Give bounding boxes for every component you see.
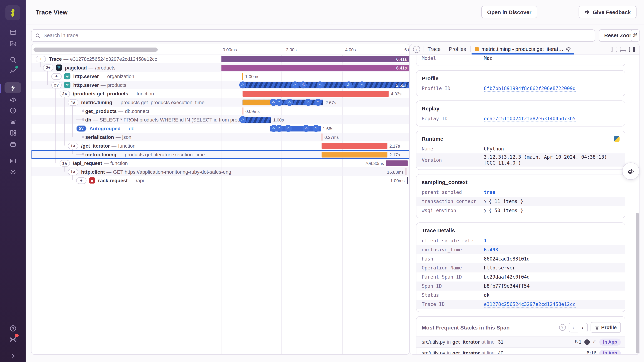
span-tree-cell[interactable]: +◆rack.request—/api bbox=[32, 176, 266, 185]
span-row[interactable]: 2∨≋http.server—products ⚠⚠⚠⚠⚠⚠5.55s bbox=[32, 81, 410, 89]
span-row[interactable]: 1∧http.client—GET https://application-mo… bbox=[32, 168, 410, 176]
open-in-editor-icon[interactable]: ↷ bbox=[593, 339, 596, 345]
expand-icon[interactable]: ❯ bbox=[484, 199, 486, 203]
tree-timeline-divider[interactable] bbox=[221, 44, 221, 354]
dock-right-icon[interactable] bbox=[629, 46, 636, 52]
span-duration-bar[interactable] bbox=[322, 143, 387, 149]
prev-stack-button[interactable]: ‹ bbox=[568, 323, 578, 332]
error-badge-icon[interactable]: ⚠ bbox=[300, 81, 306, 88]
sidebar-item-alerts[interactable] bbox=[4, 116, 21, 127]
pin-icon[interactable] bbox=[566, 47, 571, 52]
span-row[interactable]: get_products—db.connect 0.09ms bbox=[32, 107, 410, 115]
span-tree-cell[interactable]: 2+⚛pageload—/products bbox=[32, 63, 232, 72]
sidebar-item-settings[interactable] bbox=[4, 167, 21, 177]
detail-row[interactable]: wsgi_environ❯{ 50 items } bbox=[416, 206, 625, 215]
error-badge-icon[interactable]: ⚠ bbox=[239, 116, 246, 123]
span-row[interactable]: 1Trace—e31278c256524c3297e2cd12458e12cc … bbox=[32, 54, 410, 63]
error-badge-icon[interactable]: ⚠ bbox=[305, 99, 312, 106]
span-row[interactable]: +◆rack.request—/api 1.00ms bbox=[32, 176, 410, 185]
span-duration-tick[interactable] bbox=[322, 134, 322, 141]
span-tree-cell[interactable]: 2∨≋http.server—products bbox=[32, 81, 241, 89]
span-tree-cell[interactable]: 1∧/api_request—function bbox=[32, 159, 249, 168]
span-toggle-chip[interactable]: 4∧ bbox=[68, 99, 78, 106]
error-badge-icon[interactable]: ⚠ bbox=[314, 99, 321, 106]
stack-frame-row[interactable]: src/utils.pyinget_iteratorat line40↻16In… bbox=[416, 347, 625, 355]
search-input[interactable]: Search in trace bbox=[31, 29, 595, 42]
span-duration-bar[interactable]: ⚠⚠⚠⚠⚠⚠ bbox=[241, 82, 409, 88]
span-duration-tick[interactable] bbox=[242, 108, 244, 115]
sidebar-item-broadcast[interactable] bbox=[4, 334, 21, 345]
collapse-drawer-icon[interactable]: › bbox=[413, 46, 420, 53]
tree-scrollbar[interactable] bbox=[34, 47, 158, 52]
span-tree-cell[interactable]: 1Trace—e31278c256524c3297e2cd12458e12cc bbox=[32, 54, 225, 63]
detail-row[interactable]: transaction_context❯{ 11 items } bbox=[416, 197, 625, 206]
sidebar-item-performance[interactable] bbox=[4, 82, 21, 93]
span-toggle-chip[interactable]: 2∨ bbox=[51, 82, 62, 88]
span-duration-bar[interactable] bbox=[242, 91, 389, 96]
error-badge-icon[interactable]: ⚠ bbox=[286, 99, 293, 106]
expand-icon[interactable]: ❯ bbox=[484, 208, 486, 213]
span-duration-bar[interactable] bbox=[221, 65, 409, 70]
dock-bottom-icon[interactable] bbox=[620, 46, 626, 52]
sidebar-item-billing[interactable] bbox=[4, 26, 21, 37]
error-badge-icon[interactable]: ⚠ bbox=[276, 125, 283, 132]
span-tree-cell[interactable]: 4∧metric.timing—products.get_products.ex… bbox=[32, 98, 258, 107]
span-row[interactable]: serialization—json 0.27ms bbox=[32, 133, 410, 142]
span-row[interactable]: 4∧metric.timing—products.get_products.ex… bbox=[32, 98, 410, 107]
span-tree-cell[interactable]: 2∧/products.get_products—function bbox=[32, 89, 249, 98]
span-row[interactable]: 1∧/api_request—function 709.80ms bbox=[32, 159, 410, 168]
span-toggle-chip[interactable]: + bbox=[51, 73, 62, 79]
span-toggle-chip[interactable]: 1 bbox=[36, 56, 46, 62]
sentry-logo[interactable] bbox=[5, 5, 20, 20]
help-icon[interactable]: ? bbox=[559, 324, 566, 331]
span-toggle-chip[interactable]: 1∧ bbox=[68, 169, 78, 175]
error-badge-icon[interactable]: ⚠ bbox=[316, 81, 324, 88]
error-badge-icon[interactable]: ⚠ bbox=[358, 81, 366, 88]
span-tree-cell[interactable]: serialization—json bbox=[32, 133, 266, 142]
command-palette-button[interactable]: ⌘ bbox=[631, 29, 640, 42]
sidebar-item-search[interactable] bbox=[4, 54, 21, 65]
span-duration-bar[interactable] bbox=[386, 160, 408, 166]
span-tree-cell[interactable]: 1∧http.client—GET https://application-mo… bbox=[32, 168, 258, 176]
error-badge-icon[interactable]: ⚠ bbox=[284, 125, 292, 132]
span-duration-bar[interactable]: ⚠ bbox=[241, 117, 271, 123]
span-row[interactable]: 5∨Autogrouped—db ⚠⚠⚠⚠⚠1.66s bbox=[32, 124, 410, 133]
sidebar-item-dashboards[interactable] bbox=[4, 127, 21, 138]
open-in-discover-button[interactable]: Open in Discover bbox=[482, 6, 537, 18]
span-toggle-chip[interactable]: 2∧ bbox=[60, 90, 70, 97]
span-duration-bar[interactable]: ⚠⚠⚠⚠⚠ bbox=[270, 125, 320, 131]
profile-button[interactable]: Profile bbox=[590, 322, 621, 333]
error-badge-icon[interactable]: ⚠ bbox=[303, 125, 310, 132]
dock-left-icon[interactable] bbox=[611, 46, 617, 52]
span-toggle-chip[interactable]: + bbox=[76, 177, 86, 184]
span-row[interactable]: db—SELECT * FROM products WHERE id IN (S… bbox=[32, 115, 410, 124]
span-duration-bar[interactable]: ⚠⚠⚠⚠⚠ bbox=[242, 99, 324, 105]
span-row[interactable]: 2∧/products.get_products—function 4.83s bbox=[32, 89, 410, 98]
span-toggle-chip[interactable]: 5∨ bbox=[76, 125, 86, 132]
sidebar-item-monitors[interactable] bbox=[4, 156, 21, 166]
error-badge-icon[interactable]: ⚠ bbox=[345, 81, 352, 88]
span-tree-cell[interactable]: 1∧/get_iterator—function bbox=[32, 141, 258, 150]
tab-span-active[interactable]: metric.timing - products.get_iterat… bbox=[471, 44, 575, 54]
span-toggle-chip[interactable]: 1∧ bbox=[68, 142, 78, 149]
sidebar-item-stats[interactable] bbox=[4, 65, 21, 76]
span-tree-cell[interactable]: db—SELECT * FROM products WHERE id IN (S… bbox=[32, 115, 266, 124]
span-tree-cell[interactable]: 5∨Autogrouped—db bbox=[32, 124, 266, 133]
span-tree-cell[interactable]: +≋http.server—organization bbox=[32, 72, 241, 81]
span-duration-tick[interactable] bbox=[406, 168, 406, 175]
drawer-scroll-thumb[interactable] bbox=[636, 213, 639, 354]
sidebar-item-releases[interactable] bbox=[4, 94, 21, 105]
tab-profiles[interactable]: Profiles bbox=[445, 46, 470, 52]
sidebar-item-archive[interactable] bbox=[4, 139, 21, 149]
span-duration-bar[interactable] bbox=[221, 56, 409, 62]
detail-value-link[interactable]: 8fb7bb1891994f8c862f206e8722009d bbox=[484, 85, 576, 92]
github-icon[interactable] bbox=[584, 339, 590, 345]
error-badge-icon[interactable]: ⚠ bbox=[276, 99, 282, 106]
sidebar-collapse-button[interactable] bbox=[4, 351, 21, 361]
error-badge-icon[interactable]: ⚠ bbox=[239, 81, 246, 88]
span-duration-tick[interactable] bbox=[406, 177, 408, 184]
sidebar-item-help[interactable] bbox=[4, 323, 21, 334]
span-row[interactable]: 1∧/get_iterator—function 2.17s bbox=[32, 141, 410, 150]
tab-trace[interactable]: Trace bbox=[424, 46, 445, 52]
next-stack-button[interactable]: › bbox=[578, 323, 588, 332]
